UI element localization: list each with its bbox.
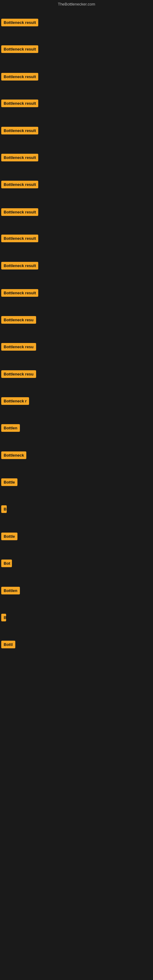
- bottleneck-badge-9[interactable]: Bottleneck result: [1, 235, 38, 242]
- result-row-6: Bottleneck result: [0, 153, 40, 164]
- result-row-14: Bottleneck resu: [0, 369, 37, 380]
- result-row-1: Bottleneck result: [0, 18, 40, 29]
- result-row-13: Bottleneck resu: [0, 342, 37, 353]
- result-row-19: B: [0, 504, 8, 515]
- bottleneck-badge-24[interactable]: Bottl: [1, 641, 15, 648]
- result-row-23: B: [0, 612, 7, 624]
- result-row-15: Bottleneck r: [0, 396, 30, 407]
- result-row-17: Bottleneck: [0, 450, 27, 461]
- bottleneck-badge-22[interactable]: Bottlen: [1, 587, 20, 595]
- bottleneck-badge-12[interactable]: Bottleneck resu: [1, 316, 36, 324]
- result-row-3: Bottleneck result: [0, 72, 40, 83]
- site-title: TheBottlenecker.com: [0, 0, 153, 8]
- page-wrapper: TheBottlenecker.com Bottleneck resultBot…: [0, 0, 153, 980]
- bottleneck-badge-19[interactable]: B: [1, 505, 7, 513]
- result-row-16: Bottlen: [0, 423, 21, 434]
- bottleneck-badge-2[interactable]: Bottleneck result: [1, 45, 38, 53]
- bottleneck-badge-11[interactable]: Bottleneck result: [1, 289, 38, 297]
- bottleneck-badge-3[interactable]: Bottleneck result: [1, 73, 38, 81]
- result-row-9: Bottleneck result: [0, 233, 40, 245]
- result-row-11: Bottleneck result: [0, 288, 40, 299]
- bottleneck-badge-8[interactable]: Bottleneck result: [1, 208, 38, 216]
- bottleneck-badge-1[interactable]: Bottleneck result: [1, 19, 38, 26]
- result-row-5: Bottleneck result: [0, 126, 40, 137]
- result-row-20: Bottle: [0, 531, 19, 542]
- bottleneck-badge-5[interactable]: Bottleneck result: [1, 127, 38, 134]
- result-row-4: Bottleneck result: [0, 98, 40, 110]
- bottleneck-badge-23[interactable]: B: [1, 614, 6, 621]
- result-row-2: Bottleneck result: [0, 44, 40, 56]
- result-row-24: Bottl: [0, 640, 16, 651]
- bottleneck-badge-18[interactable]: Bottle: [1, 478, 18, 486]
- bottleneck-badge-20[interactable]: Bottle: [1, 533, 18, 540]
- result-row-10: Bottleneck result: [0, 261, 40, 272]
- bottleneck-badge-16[interactable]: Bottlen: [1, 424, 20, 432]
- bottleneck-badge-13[interactable]: Bottleneck resu: [1, 343, 36, 351]
- bottleneck-badge-6[interactable]: Bottleneck result: [1, 154, 38, 161]
- result-row-12: Bottleneck resu: [0, 315, 37, 326]
- result-row-21: Bot: [0, 558, 13, 570]
- bottleneck-badge-21[interactable]: Bot: [1, 560, 12, 567]
- result-row-8: Bottleneck result: [0, 207, 40, 218]
- bottleneck-badge-4[interactable]: Bottleneck result: [1, 100, 38, 107]
- result-row-7: Bottleneck result: [0, 180, 40, 191]
- bottleneck-badge-7[interactable]: Bottleneck result: [1, 181, 38, 188]
- bottleneck-badge-17[interactable]: Bottleneck: [1, 452, 26, 459]
- result-row-18: Bottle: [0, 477, 19, 488]
- result-row-22: Bottlen: [0, 585, 21, 597]
- bottleneck-badge-10[interactable]: Bottleneck result: [1, 262, 38, 269]
- bottleneck-badge-14[interactable]: Bottleneck resu: [1, 370, 36, 378]
- bottleneck-badge-15[interactable]: Bottleneck r: [1, 397, 29, 405]
